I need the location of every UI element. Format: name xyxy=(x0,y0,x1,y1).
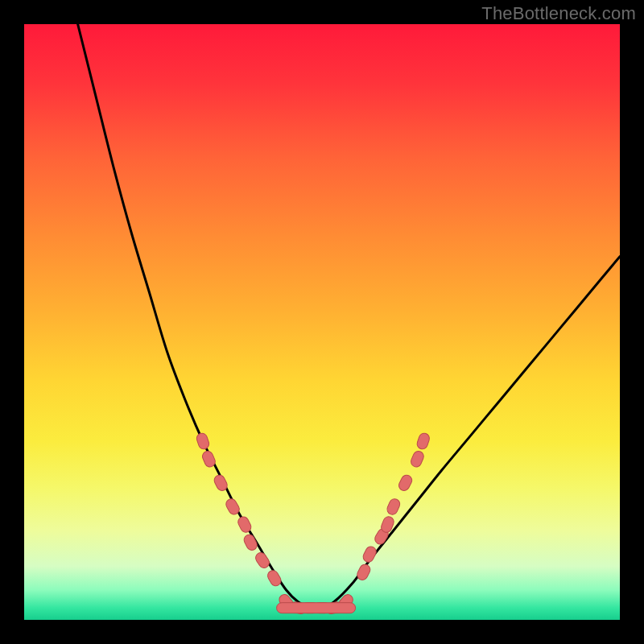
svg-rect-5 xyxy=(242,533,259,552)
svg-rect-0 xyxy=(196,431,211,450)
svg-rect-6 xyxy=(254,551,271,570)
curve-marker xyxy=(266,568,283,588)
curve-marker xyxy=(386,497,402,517)
svg-rect-20 xyxy=(409,449,425,469)
svg-rect-14 xyxy=(356,563,373,582)
svg-rect-21 xyxy=(415,431,431,450)
curve-marker xyxy=(196,431,211,450)
curve-marker xyxy=(242,533,259,552)
bottleneck-curve xyxy=(78,24,620,609)
svg-rect-15 xyxy=(361,545,378,564)
plot-area xyxy=(24,24,620,620)
curve-marker xyxy=(361,545,378,564)
curve-marker xyxy=(397,473,414,493)
curve-marker xyxy=(254,551,271,570)
svg-rect-7 xyxy=(266,568,283,588)
svg-rect-18 xyxy=(386,497,402,517)
plateau-bar xyxy=(277,603,356,613)
curve-marker xyxy=(409,449,425,469)
curve-marker xyxy=(356,563,373,582)
watermark-text: TheBottleneck.com xyxy=(481,3,636,24)
chart-svg xyxy=(24,24,620,620)
svg-rect-19 xyxy=(397,473,414,493)
curve-marker xyxy=(415,431,431,450)
outer-frame: TheBottleneck.com xyxy=(0,0,644,644)
